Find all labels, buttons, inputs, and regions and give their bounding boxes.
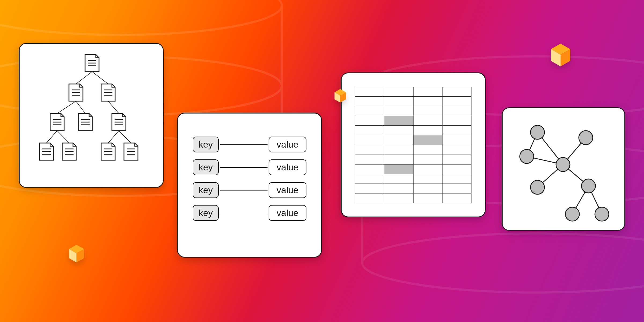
table-cell	[355, 155, 384, 164]
columnar-table	[355, 87, 471, 203]
svg-line-16	[108, 131, 119, 143]
table-cell	[355, 106, 384, 116]
kv-value: value	[269, 182, 306, 198]
kv-connector	[220, 167, 268, 168]
svg-line-13	[108, 101, 119, 114]
kv-key: key	[193, 205, 219, 221]
table-cell	[442, 87, 471, 97]
table-cell	[355, 126, 384, 135]
table-cell	[355, 184, 384, 193]
kv-row: keyvalue	[193, 182, 306, 198]
svg-point-29	[579, 131, 593, 145]
table-cell	[413, 184, 442, 193]
table-cell	[442, 193, 471, 203]
table-cell	[413, 193, 442, 203]
table-cell	[355, 193, 384, 203]
table-cell	[355, 87, 384, 97]
kv-row: keyvalue	[193, 159, 306, 175]
key-value-card: keyvaluekeyvaluekeyvaluekeyvalue	[177, 113, 322, 258]
cube-icon	[550, 43, 571, 67]
kv-key: key	[193, 137, 219, 152]
kv-row: keyvalue	[193, 137, 306, 152]
table-cell	[442, 164, 471, 174]
svg-point-32	[565, 207, 579, 221]
table-cell	[413, 87, 442, 97]
table-cell	[413, 116, 442, 126]
document-tree-card	[19, 43, 164, 188]
table-cell	[384, 193, 413, 203]
kv-value: value	[269, 205, 306, 221]
svg-point-0	[0, 0, 282, 35]
table-cell	[442, 116, 471, 126]
svg-point-28	[556, 158, 570, 171]
table-cell	[384, 155, 413, 164]
table-cell	[355, 164, 384, 174]
table-cell	[384, 106, 413, 116]
table-cell	[355, 97, 384, 106]
svg-point-26	[530, 125, 544, 139]
table-cell	[413, 135, 442, 145]
svg-line-10	[92, 72, 108, 84]
table-cell	[413, 97, 442, 106]
svg-point-27	[520, 149, 534, 163]
table-cell	[384, 135, 413, 145]
table-cell	[413, 164, 442, 174]
table-cell	[384, 184, 413, 193]
table-cell	[442, 97, 471, 106]
kv-connector	[220, 213, 268, 213]
svg-line-11	[57, 101, 76, 114]
table-cell	[384, 174, 413, 184]
table-cell	[355, 135, 384, 145]
table-cell	[413, 126, 442, 135]
table-cell	[442, 155, 471, 164]
cube-icon	[68, 244, 85, 263]
svg-point-33	[595, 207, 609, 221]
graph-network-card	[502, 107, 625, 231]
table-cell	[442, 106, 471, 116]
table-cell	[384, 87, 413, 97]
table-cell	[384, 126, 413, 135]
svg-point-31	[581, 179, 595, 193]
kv-value: value	[269, 159, 306, 175]
kv-key: key	[193, 159, 219, 175]
table-cell	[355, 145, 384, 155]
graph-network-icon	[503, 108, 626, 232]
table-cell	[384, 116, 413, 126]
table-cell	[442, 126, 471, 135]
cube-icon	[334, 89, 346, 103]
kv-row: keyvalue	[193, 205, 306, 221]
svg-point-5	[362, 233, 644, 292]
svg-line-15	[57, 131, 69, 143]
table-cell	[413, 174, 442, 184]
svg-line-9	[76, 72, 92, 84]
svg-line-14	[46, 131, 57, 143]
table-cell	[384, 97, 413, 106]
table-cell	[442, 174, 471, 184]
svg-line-12	[76, 101, 85, 114]
table-cell	[413, 145, 442, 155]
table-cell	[355, 116, 384, 126]
columnar-table-card	[341, 72, 486, 217]
table-cell	[442, 145, 471, 155]
document-tree-icon	[20, 44, 164, 189]
table-cell	[413, 155, 442, 164]
table-cell	[384, 164, 413, 174]
table-cell	[384, 145, 413, 155]
kv-connector	[220, 190, 268, 191]
table-cell	[442, 135, 471, 145]
table-cell	[442, 184, 471, 193]
table-cell	[355, 174, 384, 184]
svg-point-30	[530, 180, 544, 194]
svg-line-17	[119, 131, 131, 143]
table-cell	[413, 106, 442, 116]
kv-key: key	[193, 182, 219, 198]
kv-value: value	[269, 137, 306, 152]
kv-connector	[220, 144, 268, 145]
